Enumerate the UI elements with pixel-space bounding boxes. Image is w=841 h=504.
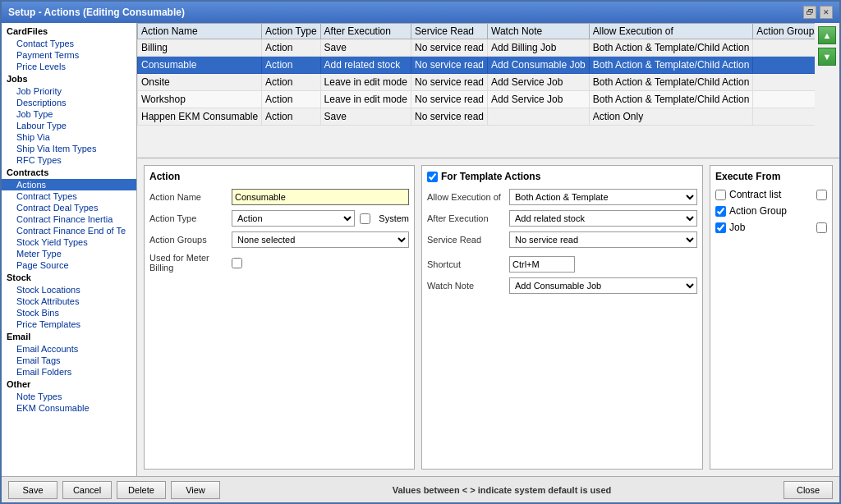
- job-checkbox[interactable]: [715, 222, 726, 233]
- form-title: Action: [149, 171, 409, 182]
- table-cell: Action Only: [589, 108, 753, 126]
- sidebar-item-email-accounts[interactable]: Email Accounts: [2, 343, 136, 355]
- table-cell: No service read: [411, 57, 487, 74]
- shortcut-input[interactable]: [509, 256, 575, 273]
- sidebar-item-page-source[interactable]: Page Source: [2, 259, 136, 271]
- table-cell: No service read: [411, 91, 487, 108]
- after-exec-select[interactable]: Add related stock Save Leave in edit mod…: [509, 210, 697, 227]
- view-button[interactable]: View: [171, 481, 220, 499]
- sidebar-item-price-templates[interactable]: Price Templates: [2, 318, 136, 330]
- action-group-checkbox[interactable]: [715, 206, 726, 217]
- action-groups-select[interactable]: None selected: [232, 231, 409, 248]
- table-row[interactable]: Happen EKM ConsumableActionSaveNo servic…: [138, 108, 816, 126]
- table-row[interactable]: OnsiteActionLeave in edit modeNo service…: [138, 74, 816, 91]
- action-group-label: Action Group: [729, 205, 787, 217]
- sidebar-item-job-type[interactable]: Job Type: [2, 108, 136, 120]
- sidebar-item-meter-type[interactable]: Meter Type: [2, 248, 136, 259]
- watch-note-select[interactable]: Add Consumable Job Add Billing Job Add S…: [509, 277, 697, 294]
- table-wrapper[interactable]: Action Name Action Type After Execution …: [137, 23, 815, 158]
- sidebar-item-contract-types[interactable]: Contract Types: [2, 190, 136, 202]
- template-form: For Template Actions Allow Execution of …: [421, 165, 703, 470]
- action-form: Action Action Name Action Type Action: [144, 165, 415, 470]
- contract-list-checkbox[interactable]: [715, 190, 726, 200]
- table-cell: Both Action & Template/Child Action: [589, 57, 753, 74]
- sidebar-item-email-folders[interactable]: Email Folders: [2, 366, 136, 378]
- template-title: For Template Actions: [441, 171, 540, 182]
- job-extra-checkbox[interactable]: [816, 222, 827, 233]
- sidebar-item-ship-via-item-types[interactable]: Ship Via Item Types: [2, 143, 136, 154]
- col-watch-note[interactable]: Watch Note: [488, 24, 590, 39]
- col-action-type[interactable]: Action Type: [262, 24, 320, 39]
- sidebar-item-contract-finance-inertia[interactable]: Contract Finance Inertia: [2, 213, 136, 225]
- table-controls: ▲ ▼: [815, 23, 839, 158]
- col-service-read[interactable]: Service Read: [411, 24, 487, 39]
- cancel-button[interactable]: Cancel: [62, 481, 112, 499]
- col-action-groups[interactable]: Action Groups: [753, 24, 815, 39]
- sidebar: CardFiles Contact Types Payment Terms Pr…: [2, 23, 137, 476]
- table-cell: Action: [262, 91, 320, 108]
- sidebar-item-stock-locations[interactable]: Stock Locations: [2, 284, 136, 296]
- main-window: Setup - Actions (Editing Consumable) 🗗 ✕…: [0, 0, 841, 504]
- col-action-name[interactable]: Action Name: [138, 24, 262, 39]
- table-cell: Billing: [138, 39, 262, 57]
- sidebar-item-ekm-consumable[interactable]: EKM Consumable: [2, 402, 136, 414]
- window-title: Setup - Actions (Editing Consumable): [8, 7, 185, 18]
- col-allow-execution[interactable]: Allow Execution of: [589, 24, 753, 39]
- table-cell: Add Service Job: [488, 74, 590, 91]
- col-after-execution[interactable]: After Execution: [320, 24, 411, 39]
- table-row[interactable]: ConsumableActionAdd related stockNo serv…: [138, 57, 816, 74]
- allow-exec-row: Allow Execution of Both Action & Templat…: [427, 189, 697, 205]
- table-cell: [753, 91, 815, 108]
- table-cell: Save: [320, 39, 411, 57]
- shortcut-label: Shortcut: [427, 259, 509, 269]
- sidebar-item-contract-finance-end[interactable]: Contract Finance End of Te: [2, 225, 136, 236]
- sidebar-item-stock-attributes[interactable]: Stock Attributes: [2, 296, 136, 307]
- sidebar-item-labour-type[interactable]: Labour Type: [2, 120, 136, 131]
- sidebar-group-cardfiles: CardFiles: [2, 25, 136, 38]
- table-row[interactable]: WorkshopActionLeave in edit modeNo servi…: [138, 91, 816, 108]
- action-type-select[interactable]: Action: [232, 210, 355, 227]
- table-cell: [753, 39, 815, 57]
- table-cell: [753, 57, 815, 74]
- sidebar-scroll[interactable]: CardFiles Contact Types Payment Terms Pr…: [2, 23, 136, 476]
- sidebar-item-actions[interactable]: Actions: [2, 179, 136, 190]
- close-button[interactable]: Close: [784, 481, 833, 499]
- table-cell: Action: [262, 39, 320, 57]
- sidebar-item-rfc-types[interactable]: RFC Types: [2, 154, 136, 166]
- sidebar-item-contract-deal-types[interactable]: Contract Deal Types: [2, 202, 136, 213]
- template-title-row: For Template Actions: [427, 171, 697, 182]
- main-content: CardFiles Contact Types Payment Terms Pr…: [2, 23, 839, 476]
- table-cell: Leave in edit mode: [320, 74, 411, 91]
- sidebar-item-stock-yield-types[interactable]: Stock Yield Types: [2, 236, 136, 248]
- sidebar-item-job-priority[interactable]: Job Priority: [2, 85, 136, 97]
- service-read-select[interactable]: No service read Mark as read: [509, 231, 697, 248]
- allow-exec-select[interactable]: Both Action & Template Action Only Templ…: [509, 189, 697, 205]
- move-up-button[interactable]: ▲: [818, 26, 836, 44]
- system-checkbox[interactable]: [360, 213, 370, 224]
- sidebar-item-stock-bins[interactable]: Stock Bins: [2, 307, 136, 318]
- sidebar-item-email-tags[interactable]: Email Tags: [2, 355, 136, 366]
- status-text: Values between < > indicate system defau…: [225, 485, 779, 495]
- restore-button[interactable]: 🗗: [803, 6, 816, 19]
- contract-list-extra-checkbox[interactable]: [816, 190, 827, 200]
- delete-button[interactable]: Delete: [117, 481, 166, 499]
- sidebar-item-contact-types[interactable]: Contact Types: [2, 38, 136, 49]
- table-cell: [753, 108, 815, 126]
- template-checkbox[interactable]: [427, 172, 438, 182]
- sidebar-item-descriptions[interactable]: Descriptions: [2, 97, 136, 108]
- action-name-input[interactable]: [232, 189, 409, 205]
- actions-table: Action Name Action Type After Execution …: [137, 23, 815, 126]
- table-cell: Both Action & Template/Child Action: [589, 74, 753, 91]
- sidebar-item-ship-via[interactable]: Ship Via: [2, 131, 136, 143]
- used-for-meter-checkbox[interactable]: [232, 258, 242, 268]
- sidebar-item-note-types[interactable]: Note Types: [2, 391, 136, 402]
- sidebar-item-payment-terms[interactable]: Payment Terms: [2, 49, 136, 61]
- move-down-button[interactable]: ▼: [818, 48, 836, 66]
- sidebar-item-price-levels[interactable]: Price Levels: [2, 61, 136, 72]
- save-button[interactable]: Save: [8, 481, 57, 499]
- close-button[interactable]: ✕: [820, 6, 833, 19]
- allow-exec-label: Allow Execution of: [427, 192, 509, 202]
- table-row[interactable]: BillingActionSaveNo service readAdd Bill…: [138, 39, 816, 57]
- table-cell: Add Consumable Job: [488, 57, 590, 74]
- table-cell: Action: [262, 57, 320, 74]
